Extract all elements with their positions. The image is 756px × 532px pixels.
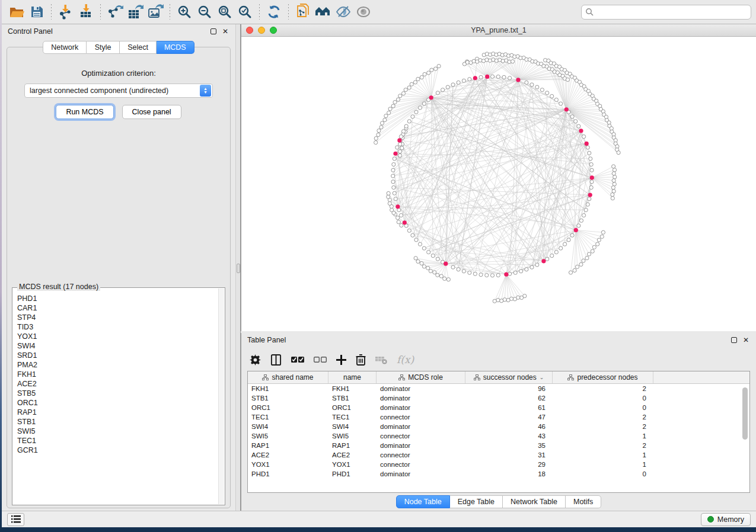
ring-node[interactable]	[462, 79, 465, 82]
ring-node[interactable]	[554, 98, 558, 101]
ring-node[interactable]	[404, 124, 408, 128]
satellite-node[interactable]	[429, 269, 432, 273]
mcds-hub-node[interactable]	[585, 142, 589, 146]
satellite-node[interactable]	[398, 94, 402, 98]
task-history-button[interactable]	[7, 513, 24, 526]
mcds-result-scrollbar[interactable]	[218, 289, 224, 504]
mcds-hub-node[interactable]	[590, 175, 594, 180]
tab-style[interactable]: Style	[87, 41, 120, 54]
ring-node[interactable]	[407, 229, 411, 232]
ring-node[interactable]	[392, 162, 395, 166]
satellite-node[interactable]	[600, 235, 604, 238]
tab-edge-table[interactable]: Edge Table	[450, 495, 503, 508]
column-header-successor-nodes[interactable]: successor nodes⌄	[465, 371, 553, 383]
mcds-result-item[interactable]: SWI5	[17, 427, 218, 436]
satellite-node[interactable]	[387, 191, 390, 195]
mcds-hub-node[interactable]	[444, 262, 448, 266]
ring-node[interactable]	[530, 265, 534, 269]
ring-node[interactable]	[535, 263, 539, 267]
ring-node[interactable]	[392, 185, 395, 189]
satellite-node[interactable]	[596, 242, 599, 246]
satellite-node[interactable]	[613, 168, 616, 172]
mcds-result-item[interactable]: TID3	[17, 322, 218, 332]
satellite-node[interactable]	[398, 153, 401, 157]
ring-node[interactable]	[399, 213, 403, 217]
ring-node[interactable]	[589, 185, 593, 189]
ring-node[interactable]	[559, 246, 563, 250]
ring-node[interactable]	[411, 115, 414, 118]
ring-node[interactable]	[418, 242, 422, 246]
satellite-node[interactable]	[374, 136, 378, 140]
mcds-result-item[interactable]: FKH1	[17, 370, 218, 379]
ring-node[interactable]	[441, 88, 445, 92]
ring-node[interactable]	[414, 238, 418, 242]
satellite-node[interactable]	[387, 111, 391, 114]
satellite-node[interactable]	[582, 259, 585, 262]
satellite-node[interactable]	[420, 261, 423, 265]
satellite-node[interactable]	[437, 65, 441, 68]
ring-node[interactable]	[574, 120, 578, 123]
clone-network-icon[interactable]	[293, 2, 313, 21]
satellite-node[interactable]	[400, 223, 403, 227]
satellite-node[interactable]	[377, 129, 381, 132]
table-row[interactable]: STB1STB1dominator620	[248, 393, 749, 403]
mcds-hub-node[interactable]	[574, 228, 578, 232]
satellite-node[interactable]	[387, 195, 390, 198]
table-row[interactable]: SWI4SWI4dominator462	[248, 422, 749, 431]
ring-node[interactable]	[550, 94, 554, 98]
mcds-hub-node[interactable]	[403, 220, 407, 225]
column-header-MCDS-role[interactable]: MCDS role	[377, 371, 465, 383]
ring-node[interactable]	[401, 130, 405, 133]
mcds-hub-node[interactable]	[393, 152, 397, 156]
satellite-node[interactable]	[416, 259, 420, 263]
ring-node[interactable]	[451, 83, 455, 86]
satellite-node[interactable]	[398, 142, 402, 146]
ring-node[interactable]	[563, 242, 566, 246]
satellite-node[interactable]	[613, 175, 617, 179]
open-file-icon[interactable]	[7, 2, 27, 21]
satellite-node[interactable]	[379, 126, 383, 129]
criterion-dropdown[interactable]: largest connected component (undirected)…	[24, 84, 213, 98]
satellite-node[interactable]	[446, 278, 450, 281]
ring-node[interactable]	[407, 120, 411, 123]
mcds-hub-node[interactable]	[473, 76, 477, 80]
zoom-in-icon[interactable]	[174, 2, 194, 21]
ring-node[interactable]	[586, 146, 589, 149]
add-column-icon[interactable]	[336, 355, 346, 365]
satellite-node[interactable]	[384, 114, 388, 118]
ring-node[interactable]	[525, 268, 528, 271]
ring-node[interactable]	[391, 174, 395, 178]
ring-node[interactable]	[479, 75, 483, 79]
mcds-result-item[interactable]: CAR1	[17, 303, 218, 313]
ring-node[interactable]	[399, 134, 403, 138]
column-header-predecessor-nodes[interactable]: predecessor nodes	[553, 371, 653, 383]
network-window-titlebar[interactable]: YPA_prune.txt_1	[241, 24, 756, 37]
column-header-shared-name[interactable]: shared name	[248, 371, 328, 383]
mcds-hub-node[interactable]	[504, 273, 508, 277]
satellite-node[interactable]	[500, 299, 503, 303]
ring-node[interactable]	[584, 208, 588, 211]
table-row[interactable]: SWI5SWI5connector431	[248, 431, 749, 441]
ring-node[interactable]	[485, 273, 489, 277]
satellite-node[interactable]	[613, 182, 616, 186]
column-menu-chevron-icon[interactable]: ⌄	[540, 374, 544, 380]
close-panel-icon[interactable]: ✕	[221, 27, 229, 36]
mcds-result-item[interactable]: ACE2	[17, 379, 218, 389]
mcds-result-item[interactable]: ORC1	[17, 398, 218, 408]
satellite-node[interactable]	[398, 150, 401, 153]
ring-node[interactable]	[525, 81, 528, 84]
satellite-node[interactable]	[592, 245, 596, 249]
select-all-icon[interactable]	[291, 355, 304, 364]
ring-node[interactable]	[588, 151, 591, 155]
ring-node[interactable]	[427, 250, 430, 254]
satellite-node[interactable]	[433, 271, 436, 274]
ring-node[interactable]	[589, 162, 593, 166]
satellite-node[interactable]	[612, 172, 615, 175]
satellite-node[interactable]	[423, 72, 426, 76]
satellite-node[interactable]	[612, 179, 615, 182]
close-table-panel-icon[interactable]: ✕	[742, 336, 750, 344]
satellite-node[interactable]	[493, 299, 496, 303]
satellite-node[interactable]	[436, 273, 439, 277]
table-scrollbar-thumb[interactable]	[742, 387, 748, 440]
ring-node[interactable]	[490, 274, 494, 277]
